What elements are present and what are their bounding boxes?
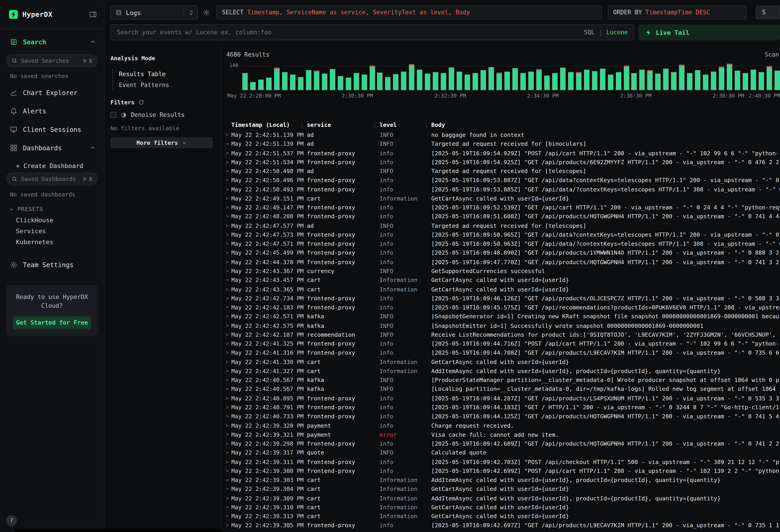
table-row[interactable]: >May 22 2:42:43.365 PMcartInformationGet… — [221, 285, 780, 294]
table-row[interactable]: >May 22 2:42:47.573 PMfrontend-proxyinfo… — [221, 230, 780, 239]
table-row[interactable]: >May 22 2:42:39.308 PMfrontend-proxyinfo… — [221, 466, 780, 475]
histogram-bar[interactable] — [655, 74, 661, 90]
row-expand-icon[interactable]: > — [223, 475, 231, 484]
histogram-bar[interactable] — [282, 72, 287, 90]
histogram-bar[interactable] — [266, 78, 272, 90]
denoise-checkbox[interactable] — [110, 112, 116, 118]
row-expand-icon[interactable]: > — [223, 348, 231, 357]
histogram-bar[interactable] — [330, 69, 335, 90]
histogram-bar[interactable] — [250, 82, 256, 90]
table-row[interactable]: >May 22 2:42:39.320 PMpaymentinfoCharge … — [221, 421, 780, 430]
table-row[interactable]: >May 22 2:42:51.139 PMadINFOTargeted ad … — [221, 139, 780, 148]
saved-dashboards-input[interactable]: Saved Dashboards ⌘ K — [6, 173, 98, 186]
lucene-search-box[interactable]: SQL | Lucene — [110, 24, 634, 40]
col-resize-handle[interactable]: ⋮ — [299, 122, 305, 129]
table-row[interactable]: >May 22 2:42:51.537 PMfrontend-proxyinfo… — [221, 148, 780, 157]
histogram-bar[interactable] — [663, 69, 669, 90]
table-row[interactable]: >May 22 2:42:44.378 PMfrontend-proxyinfo… — [221, 257, 780, 267]
histogram-bar[interactable] — [258, 79, 263, 90]
row-expand-icon[interactable]: > — [223, 221, 231, 230]
row-expand-icon[interactable]: > — [223, 357, 231, 367]
saved-searches-input[interactable]: Saved Searches ⌘ K — [6, 54, 98, 67]
histogram-bar[interactable] — [735, 71, 740, 90]
table-row[interactable]: >May 22 2:42:42.571 PMkafkaINFO[Snapshot… — [221, 312, 780, 321]
histogram-bar[interactable] — [552, 73, 557, 90]
table-row[interactable]: >May 22 2:42:39.310 PMcartInformationGet… — [221, 503, 780, 512]
source-select[interactable]: Logs — [110, 5, 198, 19]
table-row[interactable]: >May 22 2:42:50.498 PMadINFOTargeted ad … — [221, 166, 780, 176]
table-row[interactable]: >May 22 2:42:48.208 PMfrontend-proxyinfo… — [221, 212, 780, 221]
histogram-bar[interactable] — [401, 71, 406, 90]
row-expand-icon[interactable]: > — [223, 439, 231, 448]
histogram-bar[interactable] — [703, 74, 709, 90]
row-expand-icon[interactable]: > — [223, 276, 231, 285]
table-row[interactable]: >May 22 2:42:51.534 PMfrontend-proxyinfo… — [221, 157, 780, 166]
sidebar-item-dashboards[interactable]: Dashboards — [0, 139, 104, 157]
histogram-bar[interactable] — [632, 73, 637, 90]
row-expand-icon[interactable]: > — [223, 457, 231, 467]
table-row[interactable]: >May 22 2:42:39.304 PMcartInformationGet… — [221, 484, 780, 494]
source-settings-button[interactable] — [201, 5, 211, 19]
table-row[interactable]: >May 22 2:42:40.895 PMfrontend-proxyinfo… — [221, 394, 780, 403]
table-row[interactable]: >May 22 2:42:39.313 PMcartInformationGet… — [221, 512, 780, 521]
histogram-bar[interactable] — [465, 75, 470, 90]
row-expand-icon[interactable]: > — [223, 230, 231, 239]
histogram-bar[interactable] — [496, 73, 502, 90]
mode-sql[interactable]: SQL — [584, 29, 595, 36]
histogram-bar[interactable] — [425, 74, 431, 90]
row-expand-icon[interactable]: > — [223, 339, 231, 348]
sidebar-item-search[interactable]: Search — [0, 33, 104, 51]
row-expand-icon[interactable]: > — [223, 376, 231, 385]
table-row[interactable]: >May 22 2:42:40.567 PMkafkaINFO[Producer… — [221, 376, 780, 385]
sidebar-item-team-settings[interactable]: Team Settings — [0, 255, 104, 274]
histogram-bar[interactable] — [481, 70, 486, 90]
table-row[interactable]: >May 22 2:42:49.147 PMfrontend-proxyinfo… — [221, 203, 780, 212]
histogram-bar[interactable] — [457, 71, 462, 90]
sql-select-input[interactable]: SELECT Timestamp, ServiceName as service… — [216, 5, 602, 19]
preset-clickhouse[interactable]: ClickHouse — [16, 214, 104, 225]
table-row[interactable]: >May 22 2:42:41.327 PMcartInformationAdd… — [221, 367, 780, 376]
create-dashboard-button[interactable]: + Create Dashboard — [16, 162, 104, 170]
row-expand-icon[interactable]: > — [223, 512, 231, 521]
histogram-bar[interactable] — [377, 72, 383, 90]
table-row[interactable]: >May 22 2:42:47.571 PMfrontend-proxyinfo… — [221, 239, 780, 248]
mode-event-patterns[interactable]: Event Patterns — [119, 80, 213, 91]
histogram-bar[interactable] — [314, 71, 319, 90]
row-expand-icon[interactable]: > — [223, 367, 231, 376]
row-expand-icon[interactable]: > — [223, 403, 231, 412]
get-started-button[interactable]: Get Started for Free — [13, 316, 91, 329]
histogram-bar[interactable] — [711, 71, 716, 90]
histogram-bar[interactable] — [345, 78, 351, 90]
mode-lucene[interactable]: Lucene — [606, 29, 628, 36]
order-by-input[interactable]: ORDER BY TimestampTime DESC — [607, 5, 746, 19]
histogram-bar[interactable] — [759, 72, 764, 90]
row-expand-icon[interactable]: > — [223, 448, 231, 457]
table-row[interactable]: >May 22 2:42:51.139 PMadINFOno baggage f… — [221, 130, 780, 139]
histogram-bar[interactable] — [727, 64, 732, 90]
more-filters-button[interactable]: More filters — [110, 137, 213, 148]
histogram-bar[interactable] — [369, 65, 375, 90]
row-expand-icon[interactable]: > — [223, 139, 231, 148]
lucene-search-input[interactable] — [111, 29, 634, 36]
histogram-bar[interactable] — [528, 71, 534, 90]
row-expand-icon[interactable]: > — [223, 303, 231, 312]
histogram-bar[interactable] — [743, 73, 748, 90]
histogram-bar[interactable] — [322, 74, 327, 90]
refresh-icon[interactable] — [139, 100, 144, 105]
histogram-bar[interactable] — [306, 70, 311, 90]
histogram-bar[interactable] — [584, 70, 589, 90]
table-row[interactable]: >May 22 2:42:39.321 PMpaymenterrorVisa c… — [221, 430, 780, 439]
histogram-bar[interactable] — [513, 68, 518, 90]
preset-services[interactable]: Services — [16, 225, 104, 236]
row-expand-icon[interactable]: > — [223, 157, 231, 166]
row-expand-icon[interactable]: > — [223, 203, 231, 212]
table-row[interactable]: >May 22 2:42:41.316 PMfrontend-proxyinfo… — [221, 348, 780, 357]
histogram-bar[interactable] — [616, 72, 621, 90]
row-expand-icon[interactable]: > — [223, 239, 231, 248]
row-expand-icon[interactable]: > — [223, 484, 231, 494]
table-row[interactable]: >May 22 2:42:39.298 PMfrontend-proxyinfo… — [221, 439, 780, 448]
histogram-bar[interactable] — [337, 76, 343, 90]
sidebar-item-client-sessions[interactable]: Client Sessions — [0, 120, 104, 139]
histogram-bar[interactable] — [409, 64, 415, 90]
save-button[interactable]: S — [756, 5, 780, 19]
